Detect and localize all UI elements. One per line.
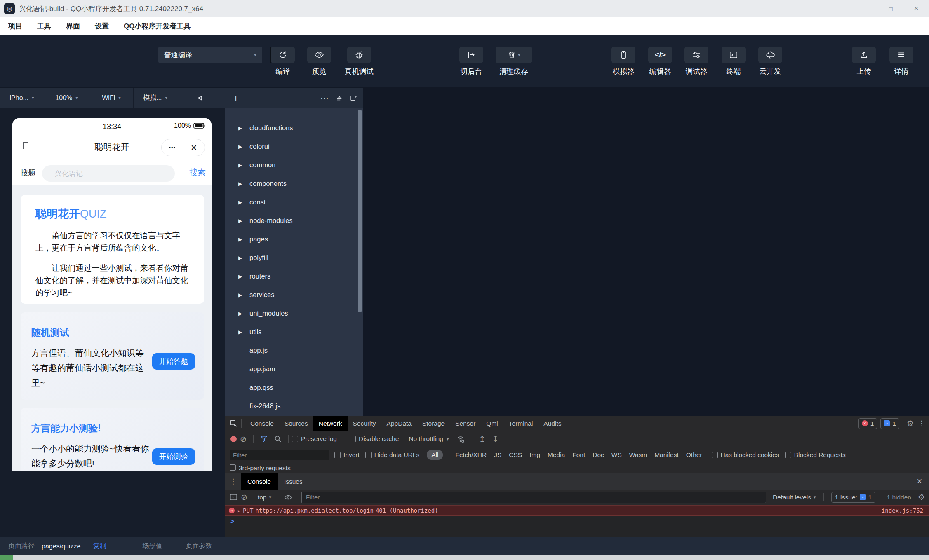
tree-item-components[interactable]: ▶components — [225, 174, 363, 193]
tree-item-routers[interactable]: ▶routers — [225, 267, 363, 286]
close-button[interactable]: ✕ — [903, 0, 929, 17]
maximize-button[interactable]: □ — [878, 0, 903, 17]
sound-toggle[interactable] — [177, 88, 225, 108]
blocked-requests-checkbox[interactable] — [785, 452, 791, 458]
network-select[interactable]: WiFi ▾ — [89, 88, 134, 108]
filter-type-doc[interactable]: Doc — [593, 451, 604, 459]
tab-sensor[interactable]: Sensor — [450, 416, 481, 431]
error-source-link[interactable]: index.js:752 — [882, 507, 923, 514]
preserve-log-checkbox[interactable] — [292, 436, 298, 442]
tree-item-app-qss[interactable]: ▶app.qss — [225, 378, 363, 397]
device-debug-button[interactable]: 真机调试 — [341, 47, 378, 76]
tab-security[interactable]: Security — [348, 416, 381, 431]
menu-item-ui[interactable]: 界面 — [66, 21, 80, 31]
clear-cache-button[interactable]: ▾ 清理缓存 — [495, 47, 532, 76]
tree-item-app-json[interactable]: ▶app.json — [225, 360, 363, 378]
console-sidebar-icon[interactable] — [230, 494, 238, 501]
console-filter-input[interactable] — [301, 492, 766, 503]
search-input[interactable]: 兴化语记 — [42, 165, 175, 182]
menu-item-devtool[interactable]: QQ小程序开发者工具 — [124, 21, 191, 31]
drawer-tab-issues[interactable]: Issues — [278, 473, 309, 490]
throttling-select[interactable]: No throttling ▾ — [409, 435, 449, 443]
scene-value-label[interactable]: 场景值 — [143, 542, 162, 551]
import-har-icon[interactable]: ↥ — [479, 434, 485, 444]
filter-funnel-icon[interactable] — [260, 436, 268, 442]
tree-item-services[interactable]: ▶services — [225, 286, 363, 304]
network-filter-input[interactable] — [230, 450, 329, 460]
settings-gear-icon[interactable]: ⚙ — [907, 419, 914, 428]
more-actions-icon[interactable]: ⋯ — [320, 93, 329, 103]
minimize-button[interactable]: ─ — [852, 0, 878, 17]
cloud-dev-button[interactable]: 云开发 — [752, 47, 789, 76]
tree-item-utils[interactable]: ▶utils — [225, 323, 363, 341]
details-button[interactable]: 详情 — [883, 47, 920, 76]
to-background-button[interactable]: 切后台 — [453, 47, 490, 76]
menu-item-tools[interactable]: 工具 — [37, 21, 51, 31]
tree-item-uni-modules[interactable]: ▶uni_modules — [225, 304, 363, 323]
tab-network[interactable]: Network — [313, 416, 348, 431]
tab-console[interactable]: Console — [245, 416, 279, 431]
page-params-label[interactable]: 页面参数 — [186, 542, 212, 551]
tree-item-common[interactable]: ▶common — [225, 156, 363, 174]
tree-item-const[interactable]: ▶const — [225, 193, 363, 211]
filter-type-css[interactable]: CSS — [509, 451, 522, 459]
disable-cache-checkbox[interactable] — [350, 436, 356, 442]
expand-triangle-icon[interactable]: ▶ — [238, 508, 240, 513]
editor-toggle-button[interactable]: </> 编辑器 — [642, 47, 679, 76]
tree-scrollbar[interactable] — [358, 110, 362, 312]
debugger-toggle-button[interactable]: 调试器 — [678, 47, 715, 76]
copy-path-button[interactable]: 复制 — [93, 542, 106, 551]
console-prompt-row[interactable]: > — [225, 516, 929, 527]
filter-type-js[interactable]: JS — [494, 451, 501, 459]
menu-item-settings[interactable]: 设置 — [95, 21, 109, 31]
invert-checkbox[interactable] — [334, 452, 341, 458]
live-expression-eye-icon[interactable] — [284, 494, 292, 501]
search-action-button[interactable]: 搜索 — [189, 167, 206, 178]
inspect-element-icon[interactable] — [230, 419, 238, 428]
filter-type-fetch[interactable]: Fetch/XHR — [455, 451, 487, 459]
tree-item-polyfill[interactable]: ▶polyfill — [225, 248, 363, 267]
filter-type-all[interactable]: All — [427, 450, 443, 460]
context-selector[interactable]: top — [258, 494, 267, 501]
kebab-menu-icon[interactable]: ⋮ — [918, 419, 925, 428]
third-party-checkbox[interactable] — [230, 464, 236, 471]
close-drawer-icon[interactable]: ✕ — [917, 477, 922, 486]
mode-select[interactable]: 模拟... ▾ — [134, 88, 177, 108]
simulator-toggle-button[interactable]: 模拟器 — [605, 47, 642, 76]
tree-item-colorui[interactable]: ▶colorui — [225, 137, 363, 156]
filter-type-manifest[interactable]: Manifest — [654, 451, 679, 459]
tree-item-app-js[interactable]: ▶app.js — [225, 341, 363, 360]
panel-layout-icon[interactable] — [350, 94, 357, 102]
compile-button[interactable]: 编译 — [264, 47, 301, 76]
network-conditions-icon[interactable] — [456, 435, 465, 443]
start-test-button[interactable]: 开始测验 — [152, 448, 195, 465]
has-blocked-cookies-checkbox[interactable] — [712, 452, 718, 458]
tree-item-node-modules[interactable]: ▶node-modules — [225, 211, 363, 230]
collapse-tree-icon[interactable] — [336, 94, 343, 102]
clear-icon[interactable]: ⊘ — [240, 434, 247, 444]
filter-type-ws[interactable]: WS — [611, 451, 622, 459]
filter-type-media[interactable]: Media — [548, 451, 565, 459]
drawer-tab-console[interactable]: Console — [241, 473, 278, 490]
tab-appdata[interactable]: AppData — [381, 416, 417, 431]
filter-type-wasm[interactable]: Wasm — [629, 451, 647, 459]
filter-type-img[interactable]: Img — [529, 451, 540, 459]
search-icon[interactable] — [274, 435, 282, 443]
tree-item-cloudfunctions[interactable]: ▶cloudfunctions — [225, 119, 363, 137]
console-settings-gear-icon[interactable]: ⚙ — [918, 492, 925, 502]
terminal-toggle-button[interactable]: 终端 — [715, 47, 752, 76]
issues-counter[interactable]: 1 Issue: ▪ 1 — [831, 492, 876, 503]
tab-audits[interactable]: Audits — [538, 416, 567, 431]
tab-terminal[interactable]: Terminal — [503, 416, 539, 431]
filter-type-font[interactable]: Font — [572, 451, 585, 459]
record-button[interactable] — [230, 436, 237, 442]
hide-data-urls-checkbox[interactable] — [365, 452, 372, 458]
export-har-icon[interactable]: ↧ — [492, 434, 499, 444]
start-quiz-button[interactable]: 开始答题 — [152, 353, 195, 370]
device-select[interactable]: iPho... ▾ — [0, 88, 44, 108]
preview-button[interactable]: 预览 — [301, 47, 338, 76]
tree-item-pages[interactable]: ▶pages — [225, 230, 363, 248]
error-url-link[interactable]: https://api.pxm.edialect.top/login — [255, 507, 374, 514]
log-levels-selector[interactable]: Default levels — [773, 494, 811, 501]
more-menu-button[interactable]: ••• — [162, 145, 183, 151]
